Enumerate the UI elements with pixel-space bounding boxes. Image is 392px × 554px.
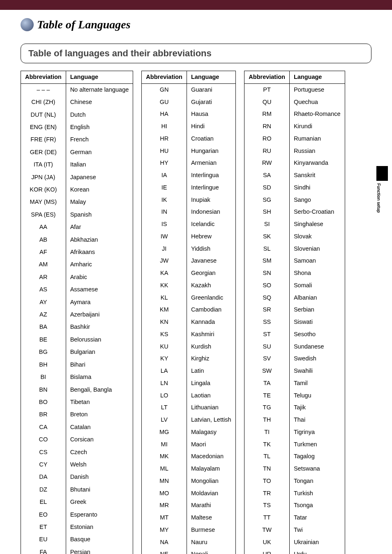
abbr-cell: LT <box>142 402 187 414</box>
table-header-row: Abbreviation Language <box>142 71 236 84</box>
abbr-cell: BN <box>21 384 66 396</box>
lang-cell: Azerbaijani <box>66 309 133 321</box>
lang-cell: Estonian <box>66 521 133 533</box>
lang-cell: Bulgarian <box>66 346 133 358</box>
lang-cell: Greenlandic <box>187 292 235 304</box>
table-row: SDSindhi <box>244 182 345 194</box>
table-row: QUQuechua <box>244 96 345 108</box>
table-row: GUGujarati <box>142 96 236 108</box>
lang-cell: Tigrinya <box>289 426 345 439</box>
lang-cell: Greek <box>66 496 133 508</box>
lang-cell: Macedonian <box>187 450 235 463</box>
table-row: TETelugu <box>244 390 345 402</box>
table-row: THThai <box>244 414 345 426</box>
lang-cell: German <box>66 146 133 159</box>
table-row: TTTatar <box>244 512 345 524</box>
lang-cell: Serbian <box>289 304 345 316</box>
abbr-cell: DUT (NL) <box>21 109 66 121</box>
lang-cell: Russian <box>289 145 345 157</box>
lang-cell: Turkish <box>289 487 345 500</box>
table-row: NENepali <box>142 548 236 554</box>
side-tab: Function setup <box>376 166 388 213</box>
abbr-cell: JW <box>142 255 187 267</box>
lang-cell: Indonesian <box>187 206 235 218</box>
lang-cell: Rumanian <box>289 133 345 145</box>
abbr-cell: ITA (IT) <box>21 159 66 171</box>
table-row: RURussian <box>244 145 345 157</box>
abbr-cell: KOR (KO) <box>21 184 66 196</box>
table-row: INIndonesian <box>142 206 236 218</box>
abbr-cell: NA <box>142 536 187 549</box>
table-row: KKKazakh <box>142 279 236 292</box>
table-row: HIHindi <box>142 120 236 133</box>
lang-cell: Afar <box>66 221 133 233</box>
table-row: JWJavanese <box>142 255 236 267</box>
lang-cell: Malay <box>66 196 133 208</box>
abbr-cell: SM <box>244 255 290 267</box>
abbr-cell: SS <box>244 316 290 328</box>
table-row: CHI (ZH)Chinese <box>21 96 133 108</box>
table-row: AFAfrikaans <box>21 246 133 259</box>
abbr-cell: BA <box>21 321 66 333</box>
col-abbr-header: Abbreviation <box>244 71 290 84</box>
table-row: SISinghalese <box>244 218 345 231</box>
table-row: MKMacedonian <box>142 450 236 463</box>
abbr-cell: RO <box>244 133 290 145</box>
table-row: PTPortuguese <box>244 83 345 96</box>
table-row: FRE (FR)French <box>21 134 133 146</box>
table-row: RORumanian <box>244 133 345 145</box>
lang-cell: Dutch <box>66 109 133 121</box>
abbr-cell: AM <box>21 259 66 271</box>
abbr-cell: KY <box>142 353 187 365</box>
abbr-cell: HU <box>142 145 187 157</box>
abbr-cell: TI <box>244 426 290 439</box>
lang-cell: Malayalam <box>187 463 235 475</box>
lang-cell: Telugu <box>289 390 345 402</box>
table-row: RMRhaeto-Romance <box>244 108 345 120</box>
table-row: TGTajik <box>244 402 345 414</box>
lang-cell: Tajik <box>289 402 345 414</box>
abbr-cell: KK <box>142 279 187 292</box>
section-heading-text: Table of languages and their abbreviatio… <box>28 48 212 58</box>
table-row: TATamil <box>244 377 345 390</box>
abbr-cell: SD <box>244 182 290 194</box>
abbr-cell: SW <box>244 365 290 377</box>
lang-cell: Malagasy <box>187 426 235 439</box>
table-row: KAGeorgian <box>142 267 236 279</box>
abbr-cell: PT <box>244 83 290 96</box>
abbr-cell: AZ <box>21 309 66 321</box>
abbr-cell: BG <box>21 346 66 358</box>
table-row: BNBengali, Bangla <box>21 384 133 396</box>
abbr-cell: AS <box>21 284 66 296</box>
table-row: SHSerbo-Croatian <box>244 206 345 218</box>
abbr-cell: TL <box>244 450 290 463</box>
lang-cell: Moldavian <box>187 487 235 500</box>
abbr-cell: QU <box>244 96 290 108</box>
abbr-cell: IS <box>142 218 187 231</box>
table-row: SKSlovak <box>244 231 345 243</box>
lang-cell: Aymara <box>66 296 133 309</box>
lang-cell: Gujarati <box>187 96 235 108</box>
table-row: UKUkrainian <box>244 536 345 549</box>
abbr-cell: HY <box>142 157 187 169</box>
lang-cell: Inupiak <box>187 194 235 206</box>
abbr-cell: – – – <box>21 83 66 96</box>
table-row: MAY (MS)Malay <box>21 196 133 208</box>
abbr-cell: KS <box>142 328 187 341</box>
table-row: BOTibetan <box>21 396 133 409</box>
abbr-cell: ST <box>244 328 290 341</box>
table-row: AYAymara <box>21 296 133 309</box>
table-header-row: Abbreviation Language <box>21 71 133 84</box>
lang-cell: Marathi <box>187 499 235 512</box>
lang-cell: Chinese <box>66 96 133 108</box>
abbr-cell: TS <box>244 499 290 512</box>
table-row: LOLaotian <box>142 390 236 402</box>
table-row: TWTwi <box>244 524 345 536</box>
lang-cell: Georgian <box>187 267 235 279</box>
abbr-cell: SPA (ES) <box>21 209 66 221</box>
abbr-cell: MO <box>142 487 187 500</box>
abbr-cell: KL <box>142 292 187 304</box>
abbr-cell: SU <box>244 341 290 353</box>
lang-cell: Burmese <box>187 524 235 536</box>
table-row: IKInupiak <box>142 194 236 206</box>
